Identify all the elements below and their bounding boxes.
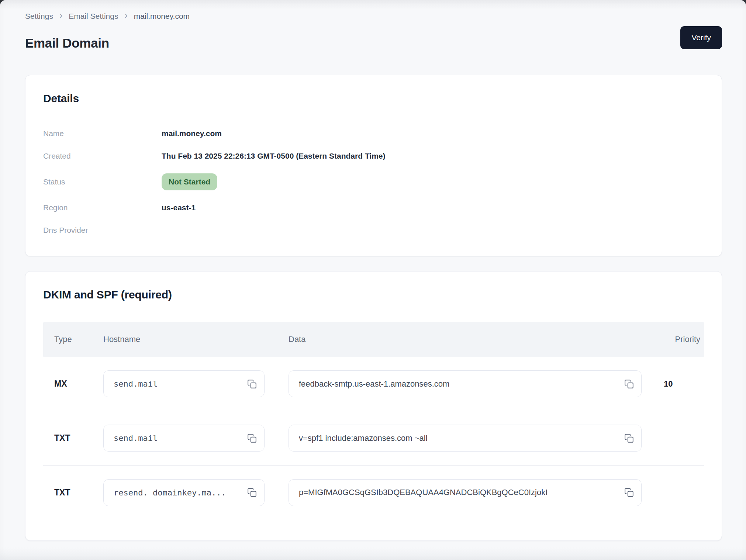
table-row: TXT resend._domainkey.ma... bbox=[43, 466, 704, 520]
data-value: v=spf1 include:amazonses.com ~all bbox=[299, 433, 428, 443]
column-header-priority: Priority bbox=[642, 335, 704, 344]
dns-records-table: Type Hostname Data Priority MX send.mail bbox=[43, 322, 704, 520]
verify-button[interactable]: Verify bbox=[680, 26, 722, 49]
dkim-spf-card: DKIM and SPF (required) Type Hostname Da… bbox=[25, 271, 722, 541]
detail-row-created: Created Thu Feb 13 2025 22:26:13 GMT-050… bbox=[43, 151, 704, 161]
details-heading: Details bbox=[43, 92, 704, 105]
column-header-type: Type bbox=[43, 335, 103, 344]
copy-icon bbox=[624, 433, 634, 443]
data-field[interactable]: v=spf1 include:amazonses.com ~all bbox=[289, 425, 642, 452]
field-value-region: us-east-1 bbox=[162, 203, 196, 212]
copy-hostname-button[interactable] bbox=[246, 432, 258, 445]
copy-data-button[interactable] bbox=[623, 378, 635, 390]
field-label: Dns Provider bbox=[43, 226, 162, 235]
copy-icon bbox=[624, 488, 634, 497]
field-label: Created bbox=[43, 152, 162, 160]
hostname-value: resend._domainkey.ma... bbox=[114, 488, 226, 497]
hostname-field[interactable]: send.mail bbox=[103, 370, 265, 397]
page-title: Email Domain bbox=[25, 35, 109, 52]
copy-hostname-button[interactable] bbox=[246, 486, 258, 499]
record-priority: 10 bbox=[642, 379, 704, 389]
hostname-value: send.mail bbox=[114, 379, 158, 388]
dkim-spf-heading: DKIM and SPF (required) bbox=[43, 288, 704, 301]
data-field[interactable]: feedback-smtp.us-east-1.amazonses.com bbox=[289, 370, 642, 397]
detail-row-region: Region us-east-1 bbox=[43, 203, 704, 213]
chevron-right-icon: › bbox=[124, 11, 127, 20]
field-label: Region bbox=[43, 203, 162, 212]
breadcrumb-email-settings[interactable]: Email Settings bbox=[69, 12, 118, 21]
detail-row-name: Name mail.money.com bbox=[43, 128, 704, 138]
record-type: TXT bbox=[43, 433, 103, 443]
copy-data-button[interactable] bbox=[623, 432, 635, 445]
table-header-row: Type Hostname Data Priority bbox=[43, 322, 704, 357]
record-type: TXT bbox=[43, 488, 103, 498]
copy-icon bbox=[247, 488, 257, 497]
data-value: p=MIGfMA0GCSqGSIb3DQEBAQUAA4GNADCBiQKBgQ… bbox=[299, 488, 548, 497]
details-card: Details Name mail.money.com Created Thu … bbox=[25, 75, 722, 256]
data-field[interactable]: p=MIGfMA0GCSqGSIb3DQEBAQUAA4GNADCBiQKBgQ… bbox=[289, 479, 642, 506]
table-row: TXT send.mail v=s bbox=[43, 411, 704, 466]
field-label: Status bbox=[43, 177, 162, 186]
chevron-right-icon: › bbox=[59, 11, 62, 20]
detail-row-status: Status Not Started bbox=[43, 173, 704, 190]
status-badge: Not Started bbox=[162, 173, 217, 190]
field-value-created: Thu Feb 13 2025 22:26:13 GMT-0500 (Easte… bbox=[162, 152, 386, 160]
hostname-field[interactable]: send.mail bbox=[103, 425, 265, 452]
copy-icon bbox=[624, 379, 634, 389]
page: Settings › Email Settings › mail.money.c… bbox=[0, 0, 746, 560]
field-label: Name bbox=[43, 129, 162, 138]
table-row: MX send.mail feed bbox=[43, 357, 704, 411]
hostname-field[interactable]: resend._domainkey.ma... bbox=[103, 479, 265, 506]
field-value-name: mail.money.com bbox=[162, 129, 222, 138]
breadcrumb: Settings › Email Settings › mail.money.c… bbox=[25, 0, 722, 21]
hostname-value: send.mail bbox=[114, 433, 158, 443]
column-header-data: Data bbox=[289, 335, 642, 344]
record-type: MX bbox=[43, 379, 103, 389]
data-value: feedback-smtp.us-east-1.amazonses.com bbox=[299, 379, 449, 389]
copy-icon bbox=[247, 433, 257, 443]
column-header-hostname: Hostname bbox=[103, 335, 289, 344]
breadcrumb-current-domain: mail.money.com bbox=[134, 12, 190, 21]
details-fields: Name mail.money.com Created Thu Feb 13 2… bbox=[43, 128, 704, 235]
copy-hostname-button[interactable] bbox=[246, 378, 258, 390]
copy-data-button[interactable] bbox=[623, 486, 635, 499]
page-header: Email Domain Verify bbox=[25, 26, 722, 60]
detail-row-dns-provider: Dns Provider bbox=[43, 225, 704, 235]
breadcrumb-settings[interactable]: Settings bbox=[25, 12, 53, 21]
copy-icon bbox=[247, 379, 257, 389]
